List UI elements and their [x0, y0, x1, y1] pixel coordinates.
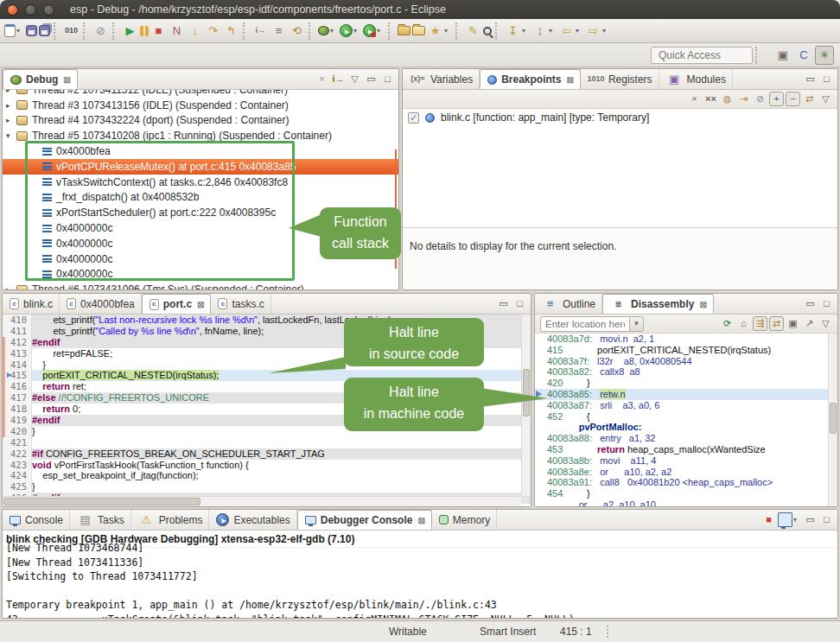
- close-tab-icon[interactable]: ⊠: [699, 300, 706, 309]
- gutter-line-number[interactable]: 414: [3, 359, 31, 371]
- disassembly-line[interactable]: 40083a8b: movi a11, 4: [535, 455, 837, 467]
- quick-access-input[interactable]: [651, 47, 753, 64]
- collapse-all-icon[interactable]: −: [786, 92, 800, 106]
- expand-arrow-icon[interactable]: ▸: [6, 285, 16, 289]
- gutter-line-number[interactable]: 410: [3, 315, 31, 326]
- dropdown-arrow-icon[interactable]: ▾: [576, 27, 582, 35]
- open-element-icon[interactable]: ✎: [465, 22, 481, 39]
- window-close-button[interactable]: [7, 4, 18, 16]
- dropdown-arrow-icon[interactable]: ▾: [330, 27, 337, 35]
- expand-arrow-icon[interactable]: ▸: [6, 90, 16, 94]
- console-output[interactable]: blink checking [GDB Hardware Debugging] …: [3, 531, 837, 618]
- minimize-icon[interactable]: ▭: [803, 296, 818, 311]
- expand-arrow-icon[interactable]: ▾: [6, 131, 16, 140]
- dropdown-arrow-icon[interactable]: ▾: [16, 27, 23, 35]
- gutter-line-number[interactable]: 411: [3, 326, 31, 337]
- breakpoint-checkbox[interactable]: [408, 112, 419, 124]
- code-line[interactable]: esp_set_breakpoint_if_jtag(function);: [32, 470, 531, 481]
- show-breakpoints-supported-icon[interactable]: ◍: [720, 92, 735, 106]
- breakpoints-tab-variables[interactable]: (x)=Variables: [403, 69, 480, 89]
- run-dropdown-icon[interactable]: [340, 24, 353, 37]
- skip-all-breakpoints-icon[interactable]: ⊘: [753, 92, 767, 106]
- console-tab-debugger-console[interactable]: Debugger Console⊠: [297, 510, 432, 530]
- code-line[interactable]: [32, 437, 531, 448]
- dropdown-arrow-icon[interactable]: ▾: [377, 27, 384, 35]
- pin-view-icon[interactable]: ↗: [802, 316, 817, 331]
- console-tab-memory[interactable]: Memory: [432, 510, 497, 530]
- disassembly-line[interactable]: 40083a82: callx8 a8: [535, 366, 837, 378]
- sync-context-icon[interactable]: ⇄: [769, 316, 784, 331]
- minimize-icon[interactable]: ▭: [364, 72, 379, 86]
- disassembly-line[interactable]: 452 {: [535, 411, 837, 423]
- minimize-icon[interactable]: ▭: [803, 72, 818, 86]
- instruction-stepping-icon[interactable]: i→: [252, 22, 269, 39]
- window-maximize-button[interactable]: [43, 4, 54, 16]
- gutter-line-number[interactable]: 421: [3, 437, 31, 448]
- breakpoints-tab-registers[interactable]: 1010Registers: [581, 69, 659, 89]
- step-return-icon[interactable]: ↰: [223, 22, 239, 39]
- gutter-line-number[interactable]: 423: [3, 460, 31, 471]
- gutter-line-number[interactable]: 417: [3, 392, 31, 404]
- breakpoints-list[interactable]: blink.c [function: app_main] [type: Temp…: [403, 109, 837, 289]
- suspend-icon[interactable]: [140, 26, 149, 36]
- editor-tab-tasks-c[interactable]: ctasks.c: [211, 294, 270, 314]
- search-icon[interactable]: [483, 27, 492, 35]
- step-over-icon[interactable]: ↷: [205, 22, 221, 39]
- refresh-icon[interactable]: ⟳: [720, 316, 735, 331]
- resume-icon[interactable]: ▶: [122, 22, 138, 39]
- remove-breakpoint-icon[interactable]: ×: [687, 92, 702, 106]
- external-tools-icon[interactable]: [363, 24, 376, 37]
- dropdown-arrow-icon[interactable]: ▾: [793, 516, 800, 524]
- editor-hscrollbar[interactable]: [3, 496, 521, 506]
- console-tab-console[interactable]: Console: [3, 510, 70, 530]
- home-icon[interactable]: ⌂: [736, 316, 751, 331]
- remove-all-breakpoints-icon[interactable]: ××: [703, 92, 718, 106]
- save-icon[interactable]: [26, 25, 37, 36]
- view-menu-icon[interactable]: ▽: [818, 316, 833, 331]
- disassembly-line[interactable]: 453 return heap_caps_malloc(xWantedSize: [535, 444, 837, 455]
- expand-all-icon[interactable]: +: [769, 92, 784, 106]
- open-resource-icon[interactable]: [412, 26, 425, 35]
- breakpoints-tab-breakpoints[interactable]: Breakpoints⊠: [480, 69, 581, 89]
- gutter-line-number[interactable]: 420: [3, 426, 31, 437]
- gutter-line-number[interactable]: 416: [3, 381, 31, 392]
- disassembly-line[interactable]: 40083a91: call8 0x40081b20 <heap_caps_ma…: [535, 477, 837, 488]
- disassembly-line[interactable]: 40083a85: retw.n: [535, 389, 837, 400]
- minimize-icon[interactable]: ▭: [496, 296, 511, 311]
- instruction-stepping-icon[interactable]: i→: [331, 72, 346, 86]
- editor-tab-port-c[interactable]: cport.c⊠: [142, 294, 212, 314]
- restart-icon[interactable]: ⟲: [289, 22, 305, 39]
- code-line[interactable]: #if CONFIG_FREERTOS_BREAK_ON_SCHEDULER_S…: [32, 448, 531, 460]
- last-edit-location-icon[interactable]: ↧: [505, 22, 521, 39]
- dropdown-arrow-icon[interactable]: ▾: [522, 27, 529, 35]
- stack-frame-row[interactable]: _frxt_dispatch() at 0x4008532b: [3, 190, 398, 206]
- view-menu-icon[interactable]: ▽: [818, 92, 833, 106]
- close-tab-icon[interactable]: ⊠: [567, 75, 574, 85]
- gutter-line-number[interactable]: 424: [3, 470, 31, 481]
- disassembly-line[interactable]: 40083a7d: movi.n a2, 1: [535, 334, 837, 345]
- maximize-icon[interactable]: □: [380, 72, 395, 86]
- console-tab-problems[interactable]: ⚠Problems: [131, 510, 210, 530]
- step-into-icon[interactable]: ↓: [187, 22, 203, 39]
- open-perspective-icon[interactable]: ▣: [773, 46, 792, 65]
- new-view-icon[interactable]: ▣: [786, 316, 800, 331]
- new-cpp-project-icon[interactable]: [398, 26, 410, 35]
- stack-frame-row[interactable]: vTaskSwitchContext() at tasks.c:2,846 0x…: [3, 175, 398, 190]
- editor-tab-0x4000bfea[interactable]: c0x4000bfea: [60, 294, 142, 314]
- gutter-line-number[interactable]: 412: [3, 337, 31, 348]
- new-wizard-icon[interactable]: [4, 24, 16, 37]
- dropdown-arrow-icon[interactable]: ▾: [549, 27, 556, 35]
- close-tab-icon[interactable]: ⊠: [63, 75, 70, 85]
- display-console-icon[interactable]: [778, 512, 792, 527]
- maximize-icon[interactable]: □: [512, 296, 527, 311]
- debug-launch-tree[interactable]: ▸Thread #2 1073411512 (IDLE) (Suspended …: [3, 90, 398, 289]
- close-tab-icon[interactable]: ⊠: [417, 516, 424, 525]
- debug-perspective-icon[interactable]: ✳: [815, 46, 834, 65]
- location-input[interactable]: [540, 316, 630, 332]
- code-line[interactable]: void vPortFirstTaskHook(TaskFunction_t f…: [32, 460, 531, 471]
- disassembly-code[interactable]: 40083a7d: movi.n a2, 1415 portEXIT_CRITI…: [535, 334, 837, 506]
- dropdown-arrow-icon[interactable]: ▾: [444, 27, 451, 35]
- disassembly-tab-outline[interactable]: ≡Outline: [535, 294, 602, 314]
- thread-row[interactable]: ▸Thread #3 1073413156 (IDLE) (Suspended …: [3, 98, 398, 113]
- gutter-line-number[interactable]: 413: [3, 348, 31, 359]
